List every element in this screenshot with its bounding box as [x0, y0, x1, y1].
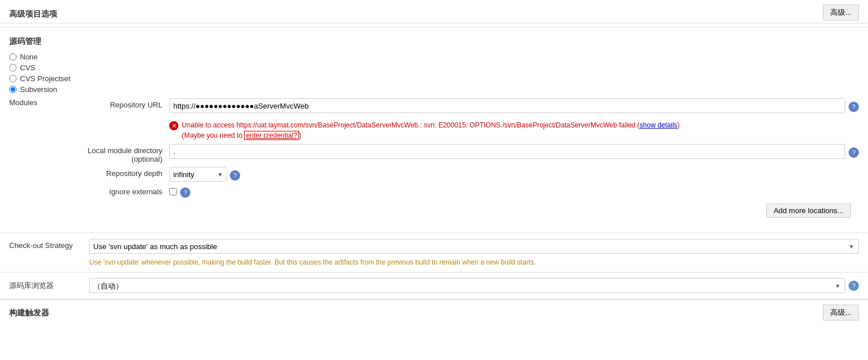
modules-label: Modules	[9, 98, 55, 107]
repo-depth-label: Repository depth	[55, 167, 169, 178]
local-module-input[interactable]	[169, 144, 845, 159]
repo-url-input-col: ? ✕ Unable to access https://uat.laymat.…	[169, 98, 859, 141]
repo-depth-select[interactable]: infinity empty files immediates	[169, 167, 226, 182]
repo-depth-row: Repository depth infinity empty files im…	[55, 167, 859, 182]
scm-svn-label: Subversion	[20, 85, 57, 94]
scm-option-none[interactable]: None	[9, 53, 859, 61]
checkout-strategy-label: Check-out Strategy	[9, 239, 83, 250]
error-text: Unable to access https://uat.laymat.com/…	[182, 120, 680, 141]
scm-none-label: None	[20, 53, 38, 61]
ignore-externals-help-icon[interactable]: ?	[180, 187, 190, 198]
modules-content: Repository URL ? ✕ Unable to access http…	[55, 98, 859, 201]
local-module-label: Local module directory (optional)	[55, 144, 169, 163]
repo-depth-select-wrapper: infinity empty files immediates ▼	[169, 167, 226, 182]
show-details-link[interactable]: show details	[640, 121, 678, 129]
scm-browser-select[interactable]: （自动）	[89, 278, 845, 293]
scm-cvs-label: CVS	[20, 63, 35, 72]
scm-browser-label: 源码库浏览器	[9, 281, 83, 291]
closing-paren: )	[299, 131, 301, 139]
page-title: 高级项目选项	[0, 3, 868, 23]
ignore-externals-row: Ignore externals ?	[55, 185, 859, 198]
local-module-row: Local module directory (optional) ?	[55, 144, 859, 163]
add-locations-button[interactable]: Add more locations...	[766, 203, 851, 218]
enter-credential-link[interactable]: enter credential?	[244, 131, 298, 140]
repo-depth-help-icon[interactable]: ?	[230, 170, 240, 181]
error-icon: ✕	[169, 121, 178, 130]
repo-url-help-icon[interactable]: ?	[849, 102, 859, 112]
scm-option-subversion[interactable]: Subversion	[9, 85, 859, 94]
modules-area: Modules Repository URL ? ✕	[0, 96, 868, 203]
checkout-strategy-hint: Use 'svn update' whenever possible, maki…	[89, 258, 859, 266]
repo-url-row: Repository URL ? ✕ Unable to access http…	[55, 98, 859, 141]
bottom-advanced-button[interactable]: 高级...	[823, 305, 859, 321]
checkout-strategy-select[interactable]: Use 'svn update' as much as possible Alw…	[89, 239, 859, 254]
local-module-help-icon[interactable]: ?	[849, 147, 859, 158]
error-message-part1: Unable to access https://uat.laymat.com/…	[182, 121, 640, 129]
repo-url-input[interactable]	[169, 98, 845, 113]
scm-section-title: 源码管理	[0, 32, 868, 50]
scm-radio-group: None CVS CVS Projectset Subversion	[0, 50, 868, 96]
top-advanced-button[interactable]: 高级...	[823, 5, 859, 21]
repo-url-label: Repository URL	[55, 98, 169, 109]
ignore-externals-label: Ignore externals	[55, 185, 169, 196]
trigger-section-title: 构建触发器	[0, 303, 868, 322]
repo-url-input-row: ?	[169, 98, 859, 113]
repo-url-error-block: ✕ Unable to access https://uat.laymat.co…	[169, 120, 680, 141]
scm-option-cvs[interactable]: CVS	[9, 63, 859, 72]
scm-browser-help-icon[interactable]: ?	[849, 281, 859, 291]
scm-option-cvs-projectset[interactable]: CVS Projectset	[9, 74, 859, 83]
maybe-text: (Maybe you need to	[182, 131, 244, 139]
scm-cvs-ps-label: CVS Projectset	[20, 74, 70, 83]
ignore-externals-checkbox[interactable]	[169, 188, 177, 195]
